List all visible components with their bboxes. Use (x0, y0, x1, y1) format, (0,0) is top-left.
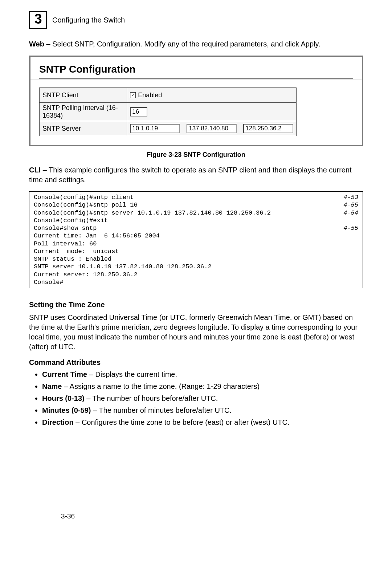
polling-interval-label: SNTP Polling Interval (16-16384) (40, 103, 127, 121)
timezone-heading: Setting the Time Zone (29, 301, 363, 309)
sntp-server-input-2[interactable]: 137.82.140.80 (187, 124, 237, 133)
sntp-client-label: SNTP Client (40, 88, 127, 103)
config-table: SNTP Client ✓ Enabled SNTP Polling Inter… (39, 87, 297, 136)
sntp-server-input-1[interactable]: 10.1.0.19 (130, 124, 180, 133)
sntp-server-value-cell: 10.1.0.19 137.82.140.80 128.250.36.2 (127, 121, 297, 136)
attribute-name: Current Time (42, 370, 87, 378)
timezone-paragraph: SNTP uses Coordinated Universal Time (or… (29, 313, 363, 352)
sntp-server-input-3[interactable]: 128.250.36.2 (243, 124, 293, 133)
cli-command: Console(config)#sntp poll 16 (34, 201, 336, 209)
chapter-title: Configuring the Switch (52, 16, 125, 24)
polling-interval-value-cell: 16 (127, 103, 297, 121)
cli-page-ref: 4-55 (336, 201, 358, 209)
cli-line: Console(config)#sntp client4-53 (34, 194, 358, 201)
sntp-config-screenshot: SNTP Configuration SNTP Client ✓ Enabled… (29, 56, 363, 146)
web-label: Web (29, 40, 44, 48)
row-polling-interval: SNTP Polling Interval (16-16384) 16 (40, 103, 297, 121)
attribute-desc: – The number of minutes before/after UTC… (91, 406, 232, 414)
attribute-name: Hours (0-13) (42, 394, 85, 402)
cli-line: Current time: Jan 6 14:56:05 2004 (34, 232, 358, 240)
cli-line: Poll interval: 60 (34, 240, 358, 248)
row-sntp-client: SNTP Client ✓ Enabled (40, 88, 297, 103)
cli-page-ref: 4-53 (336, 194, 358, 201)
command-attribute-item: Direction – Configures the time zone to … (42, 417, 363, 428)
cli-line: Console(config)#sntp poll 164-55 (34, 201, 358, 209)
page-header: 3 Configuring the Switch (29, 11, 363, 29)
web-text: – Select SNTP, Configuration. Modify any… (44, 40, 320, 48)
cli-line: Current mode: unicast (34, 248, 358, 255)
attribute-desc: – Displays the current time. (87, 370, 177, 378)
cli-line: Current server: 128.250.36.2 (34, 271, 358, 278)
cli-command: Current time: Jan 6 14:56:05 2004 (34, 232, 358, 240)
command-attribute-item: Name – Assigns a name to the time zone. … (42, 381, 363, 392)
cli-command: Console#show sntp (34, 224, 336, 232)
attribute-desc: – The number of hours before/after UTC. (85, 394, 218, 402)
divider (39, 78, 353, 79)
cli-command: Console(config)#sntp client (34, 194, 336, 201)
cli-line: Console(config)#sntp server 10.1.0.19 13… (34, 209, 358, 217)
cli-command: Console# (34, 278, 358, 286)
sntp-client-checkbox-label: Enabled (138, 91, 162, 99)
chapter-number-badge: 3 (29, 11, 47, 29)
cli-line: Console#show sntp4-55 (34, 224, 358, 232)
command-attribute-item: Hours (0-13) – The number of hours befor… (42, 393, 363, 404)
cli-command: Current server: 128.250.36.2 (34, 271, 358, 278)
cli-command: Console(config)#exit (34, 217, 358, 224)
cli-line: Console# (34, 278, 358, 286)
cli-page-ref: 4-54 (336, 209, 358, 217)
cli-text: – This example configures the switch to … (29, 166, 352, 184)
polling-interval-input[interactable]: 16 (130, 107, 147, 117)
attribute-name: Name (42, 382, 62, 390)
cli-label: CLI (29, 166, 41, 174)
chapter-number: 3 (30, 12, 46, 26)
sntp-server-label: SNTP Server (40, 121, 127, 136)
sntp-client-checkbox[interactable]: ✓ (130, 92, 136, 98)
cli-command: SNTP server 10.1.0.19 137.82.140.80 128.… (34, 263, 358, 270)
figure-caption: Figure 3-23 SNTP Configuration (29, 151, 363, 159)
cli-command: SNTP status : Enabled (34, 255, 358, 263)
cli-command: Poll interval: 60 (34, 240, 358, 248)
cli-line: SNTP status : Enabled (34, 255, 358, 263)
web-instructions: Web – Select SNTP, Configuration. Modify… (29, 39, 363, 49)
sntp-client-value-cell: ✓ Enabled (127, 88, 297, 103)
attribute-desc: – Assigns a name to the time zone. (Rang… (62, 382, 260, 390)
command-attributes-list: Current Time – Displays the current time… (29, 369, 363, 428)
command-attribute-item: Minutes (0-59) – The number of minutes b… (42, 405, 363, 416)
cli-command: Current mode: unicast (34, 248, 358, 255)
attribute-name: Minutes (0-59) (42, 406, 91, 414)
cli-line: Console(config)#exit (34, 217, 358, 224)
screenshot-title: SNTP Configuration (39, 64, 353, 75)
cli-instructions: CLI – This example configures the switch… (29, 165, 363, 185)
page-number: 3-36 (61, 512, 75, 520)
command-attribute-item: Current Time – Displays the current time… (42, 369, 363, 380)
cli-page-ref: 4-55 (336, 224, 358, 232)
cli-command: Console(config)#sntp server 10.1.0.19 13… (34, 209, 336, 217)
cli-output-box: Console(config)#sntp client4-53Console(c… (29, 191, 363, 288)
attribute-name: Direction (42, 418, 74, 426)
command-attributes-heading: Command Attributes (29, 358, 363, 367)
row-sntp-server: SNTP Server 10.1.0.19 137.82.140.80 128.… (40, 121, 297, 136)
attribute-desc: – Configures the time zone to be before … (74, 418, 290, 426)
cli-line: SNTP server 10.1.0.19 137.82.140.80 128.… (34, 263, 358, 270)
